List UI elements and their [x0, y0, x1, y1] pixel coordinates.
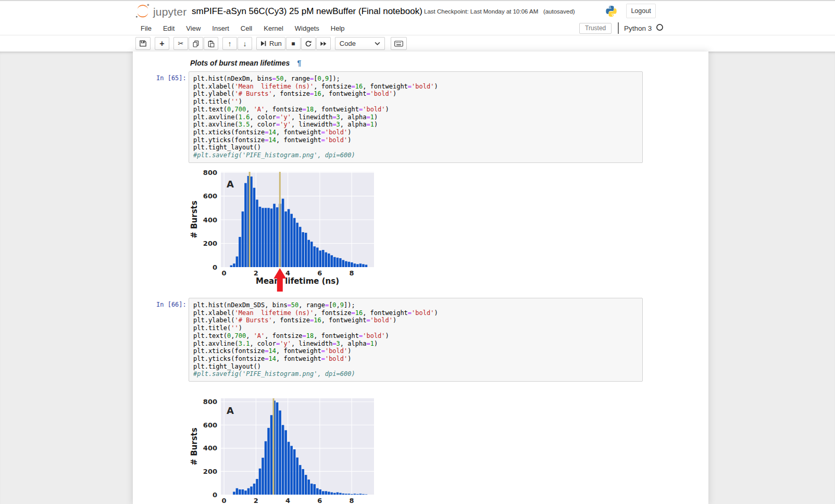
logout-button[interactable]: Logout [626, 4, 656, 18]
copy-icon [192, 40, 200, 47]
paste-button[interactable] [204, 37, 218, 50]
svg-text:A: A [227, 179, 234, 190]
kernel-indicator-area: Python 3 [618, 22, 664, 34]
menu-kernel[interactable]: Kernel [258, 24, 289, 32]
notebook-header: jupyter smPIFE-aSyn 56C(Cy3) 25 pM newBu… [0, 1, 835, 21]
svg-text:600: 600 [203, 421, 217, 429]
toolbar-group: Run■ [256, 37, 331, 50]
kernel-separator [618, 22, 619, 34]
code-line: plt.axvline(3.5, color='y', linewidth=3,… [193, 121, 638, 129]
code-line: plt.title('') [193, 324, 638, 332]
code-line: plt.yticks(fontsize=14, fontweight='bold… [193, 136, 638, 144]
menu-insert[interactable]: Insert [206, 24, 235, 32]
restart-run-all-icon [320, 41, 327, 47]
cell-type-value: Code [340, 40, 356, 47]
heading-anchor-link[interactable]: ¶ [297, 59, 301, 67]
toolbar-buttons: +✂↑↓Run■Code [135, 37, 407, 50]
restart-run-all-button[interactable] [316, 37, 331, 50]
python-logo-icon [605, 5, 618, 20]
heading-text: Plots of burst mean lifetimes [190, 59, 290, 67]
output-plot-histogram-1: A020040060080002468Mean lifetime (ns)# B… [190, 170, 378, 293]
svg-text:200: 200 [203, 468, 217, 475]
checkpoint-status: Last Checkpoint: Last Monday at 10:06 AM… [424, 8, 575, 15]
restart-button[interactable] [301, 37, 316, 50]
stop-button[interactable]: ■ [286, 37, 301, 50]
code-line: plt.hist(nDexDm, bins=50, range=[0,9]); [193, 75, 638, 83]
svg-text:800: 800 [203, 170, 217, 177]
menu-items: FileEditViewInsertCellKernelWidgetsHelp [135, 21, 351, 35]
paste-icon [207, 40, 215, 47]
svg-text:800: 800 [203, 398, 217, 406]
code-line: plt.hist(nDexDm_SDS, bins=50, range=[0,9… [193, 301, 638, 309]
jupyter-logo-text: jupyter [153, 6, 186, 18]
menu-widgets[interactable]: Widgets [289, 24, 325, 32]
run-icon [260, 40, 267, 47]
stop-icon: ■ [291, 41, 295, 47]
svg-text:8: 8 [350, 269, 354, 277]
menu-edit[interactable]: Edit [157, 24, 180, 32]
add-cell-button[interactable]: + [155, 37, 169, 50]
code-cell-66-editor[interactable]: plt.hist(nDexDm_SDS, bins=50, range=[0,9… [189, 298, 643, 382]
move-up-button[interactable]: ↑ [222, 37, 237, 50]
notebook-panel-background: Plots of burst mean lifetimes¶ In [65]: … [0, 52, 835, 504]
code-line: plt.xlabel('Mean lifetime (ns)', fontsiz… [193, 309, 638, 317]
toolbar-group [135, 37, 151, 50]
code-line: plt.xticks(fontsize=14, fontweight='bold… [193, 129, 638, 136]
svg-text:6: 6 [317, 269, 322, 277]
svg-text:8: 8 [350, 497, 354, 504]
svg-text:2: 2 [254, 269, 258, 277]
save-button[interactable] [135, 37, 151, 50]
svg-text:A: A [227, 405, 234, 416]
svg-text:0: 0 [222, 497, 227, 504]
input-prompt-65: In [65]: [156, 74, 186, 82]
trusted-badge: Trusted [579, 23, 612, 34]
code-line: #plt.savefig('PIFE_histogram.png', dpi=6… [193, 152, 638, 159]
jupyter-logo[interactable]: jupyter [134, 3, 186, 21]
code-line: plt.axvline(1.6, color='y', linewidth=3,… [193, 114, 638, 121]
svg-text:0: 0 [222, 269, 227, 277]
chevron-down-icon [375, 42, 380, 45]
svg-text:2: 2 [254, 497, 258, 504]
code-line: plt.ylabel('# Bursts', fontsize=16, font… [193, 90, 638, 98]
input-prompt-66: In [66]: [156, 301, 186, 308]
menu-help[interactable]: Help [325, 24, 351, 32]
svg-text:0: 0 [213, 491, 217, 499]
output-plot-histogram-2: A020040060080002468Mean lifetime (ns)# B… [190, 388, 378, 504]
svg-text:0: 0 [213, 263, 217, 271]
move-up-icon: ↑ [228, 40, 232, 47]
cut-button[interactable]: ✂ [173, 37, 188, 50]
svg-text:400: 400 [203, 216, 217, 224]
jupyter-window: jupyter smPIFE-aSyn 56C(Cy3) 25 pM newBu… [0, 0, 835, 504]
svg-text:Mean lifetime (ns): Mean lifetime (ns) [256, 276, 339, 286]
svg-text:600: 600 [203, 192, 217, 200]
menu-file[interactable]: File [135, 24, 157, 32]
run-button[interactable]: Run [256, 37, 285, 50]
menu-cell[interactable]: Cell [235, 24, 258, 32]
notebook-title[interactable]: smPIFE-aSyn 56C(Cy3) 25 pM newBuffer (Fi… [192, 6, 422, 17]
cell-type-select[interactable]: Code [335, 37, 385, 50]
svg-text:# Bursts: # Bursts [190, 427, 199, 465]
code-line: plt.tight_layout() [193, 363, 638, 371]
code-cell-65-editor[interactable]: plt.hist(nDexDm, bins=50, range=[0,9]);p… [189, 71, 643, 163]
jupyter-logo-icon [134, 3, 151, 21]
code-line: plt.xlabel('Mean lifetime (ns)', fontsiz… [193, 83, 638, 91]
autosaved-text: (autosaved) [543, 8, 575, 15]
toolbar-group: ✂ [173, 37, 219, 50]
code-line: plt.text(0,700, 'A', fontsize=18, fontwe… [193, 106, 638, 114]
toolbar-group: ↑↓ [222, 37, 253, 50]
notebook-container: Plots of burst mean lifetimes¶ In [65]: … [133, 52, 708, 504]
markdown-heading: Plots of burst mean lifetimes¶ [190, 59, 301, 67]
kernel-name: Python 3 [624, 24, 652, 32]
copy-button[interactable] [189, 37, 203, 50]
code-line: plt.xticks(fontsize=14, fontweight='bold… [193, 347, 638, 355]
svg-text:4: 4 [285, 269, 290, 277]
svg-text:# Bursts: # Bursts [190, 200, 199, 238]
svg-text:6: 6 [317, 497, 322, 504]
cut-icon: ✂ [178, 40, 184, 47]
move-down-button[interactable]: ↓ [238, 37, 252, 50]
run-button-label: Run [269, 40, 282, 47]
restart-icon [305, 40, 312, 47]
menubar: FileEditViewInsertCellKernelWidgetsHelp … [0, 21, 835, 35]
menu-view[interactable]: View [180, 24, 206, 32]
open-command-palette-button[interactable] [391, 37, 407, 50]
